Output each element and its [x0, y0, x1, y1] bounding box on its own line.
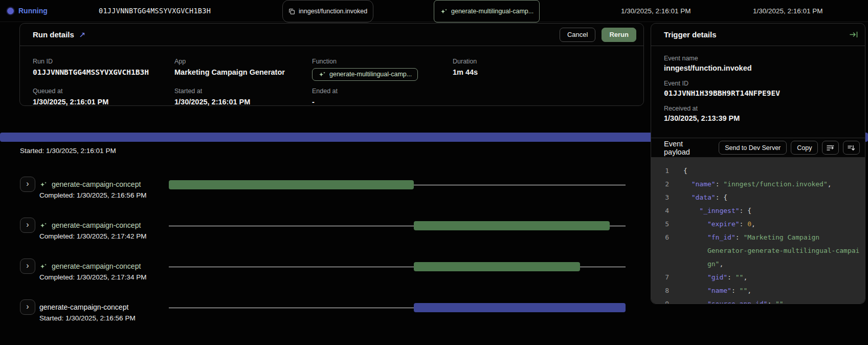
- trigger-details-title: Trigger details: [664, 30, 717, 39]
- code-line-number: 5: [651, 218, 669, 231]
- code-line: Generator-generate-multilingual-campai: [651, 244, 865, 257]
- started-timestamp: 1/30/2025, 2:16:01 PM: [753, 0, 823, 21]
- app-link[interactable]: Marketing Campaign Generator: [174, 68, 285, 76]
- status-label: Running: [18, 7, 48, 15]
- ai-sparkle-icon: [440, 8, 448, 15]
- step-track: [169, 210, 626, 243]
- function-badge[interactable]: generate-multilingual-camp...: [434, 0, 540, 23]
- field-run-id: Run ID 01JJVNNBTGG4MSSYVXGVCH1B3H: [33, 58, 149, 76]
- ai-sparkle-icon: [39, 263, 47, 270]
- code-line: 6 "fn_id": "Marketing Campaign: [651, 231, 865, 244]
- step-expand-button[interactable]: ›: [20, 258, 35, 274]
- run-details-title: Run details: [33, 30, 74, 39]
- copy-icon: [288, 8, 295, 15]
- event-badge[interactable]: inngest/function.invoked: [282, 0, 373, 23]
- collapse-panel-button[interactable]: [850, 31, 858, 38]
- code-line: 3 "data": {: [651, 191, 865, 204]
- event-badge-label: inngest/function.invoked: [299, 8, 367, 15]
- sort-down-icon: [848, 145, 855, 151]
- step-track: [169, 292, 626, 325]
- queued-timestamp: 1/30/2025, 2:16:01 PM: [621, 0, 691, 21]
- code-line: 5 "expire": 0,: [651, 218, 865, 231]
- step-meta: Completed: 1/30/2025, 2:17:42 PM: [39, 232, 146, 240]
- code-line-number: 1: [651, 164, 669, 178]
- function-value-badge[interactable]: generate-multilingual-camp...: [312, 68, 418, 81]
- inngest-run-details-page: Running 01JJVNNBTGG4MSSYVXGVCH1B3H innge…: [0, 0, 868, 345]
- step-meta: Started: 1/30/2025, 2:16:56 PM: [39, 314, 136, 322]
- step-meta: Completed: 1/30/2025, 2:16:56 PM: [39, 191, 146, 199]
- step-name: generate-campaign-concept: [39, 262, 141, 271]
- code-line: 7 "gid": "",: [651, 271, 865, 284]
- step-expand-button[interactable]: ›: [20, 299, 35, 315]
- ai-sparkle-icon: [318, 71, 326, 78]
- field-queued-at: Queued at 1/30/2025, 2:16:01 PM: [33, 88, 108, 106]
- run-details-fields: Run ID 01JJVNNBTGG4MSSYVXGVCH1B3H App Ma…: [20, 46, 643, 105]
- code-line-number: 3: [651, 191, 669, 204]
- expand-payload-button[interactable]: [843, 141, 860, 155]
- copy-payload-button[interactable]: Copy: [791, 141, 818, 155]
- run-id-value: 01JJVNNBTGG4MSSYVXGVCH1B3H: [33, 68, 149, 76]
- field-received-at: Received at 1/30/2025, 2:13:39 PM: [664, 105, 855, 122]
- topbar-run-id: 01JJVNNBTGG4MSSYVXGVCH1B3H: [99, 0, 211, 21]
- send-to-dev-server-button[interactable]: Send to Dev Server: [719, 141, 787, 155]
- cancel-button[interactable]: Cancel: [560, 28, 595, 42]
- field-event-id: Event ID 01JJVNH1H39BBH9RT14NFPE9EV: [664, 80, 855, 97]
- event-payload-header: Event payload Send to Dev Server Copy: [651, 138, 865, 157]
- code-line-number: 8: [651, 284, 669, 297]
- run-row-meta: Started: 1/30/2025, 2:16:01 PM: [20, 147, 116, 155]
- field-app: App Marketing Campaign Generator: [174, 58, 285, 76]
- run-header-bar: Running 01JJVNNBTGG4MSSYVXGVCH1B3H innge…: [0, 0, 868, 22]
- event-payload-title: Event payload: [664, 140, 710, 156]
- step-track: [169, 251, 626, 284]
- code-line: 9 "source_app_id": "": [651, 297, 865, 304]
- code-line: 4 "_inngest": {: [651, 204, 865, 218]
- step-expand-button[interactable]: ›: [20, 218, 35, 233]
- code-line: gn",: [651, 257, 865, 271]
- run-status: Running: [7, 0, 48, 21]
- code-line-number: 7: [651, 271, 669, 284]
- code-line-number: 2: [651, 178, 669, 191]
- rerun-button[interactable]: Rerun: [602, 28, 636, 42]
- ai-sparkle-icon: [39, 222, 47, 229]
- event-payload-code[interactable]: 1{2 "name": "inngest/function.invoked",3…: [651, 157, 865, 304]
- field-duration: Duration 1m 44s: [453, 58, 478, 76]
- wrap-lines-button[interactable]: [822, 141, 839, 155]
- trigger-fields: Event name inngest/function.invoked Even…: [651, 46, 865, 138]
- step-duration-bar[interactable]: [414, 221, 610, 230]
- field-event-name: Event name inngest/function.invoked: [664, 55, 855, 72]
- trigger-details-header: Trigger details: [651, 24, 865, 46]
- wrap-text-icon: [827, 145, 834, 151]
- step-name: generate-campaign-concept: [39, 303, 128, 312]
- step-track: [169, 169, 626, 202]
- event-id-value: 01JJVNH1H39BBH9RT14NFPE9EV: [664, 89, 855, 97]
- external-link-icon[interactable]: ↗: [79, 30, 86, 39]
- step-duration-bar[interactable]: [414, 303, 626, 312]
- code-line: 2 "name": "inngest/function.invoked",: [651, 178, 865, 191]
- duration-value: 1m 44s: [453, 68, 478, 76]
- trigger-details-panel: Trigger details Event name inngest/funct…: [651, 23, 865, 304]
- run-details-card: Run details ↗ Cancel Rerun Run ID 01JJVN…: [19, 23, 644, 106]
- field-started-at: Started at 1/30/2025, 2:16:01 PM: [174, 88, 250, 106]
- function-badge-label: generate-multilingual-camp...: [451, 8, 533, 15]
- step-meta: Completed: 1/30/2025, 2:17:34 PM: [39, 273, 146, 281]
- code-line-number: 6: [651, 231, 669, 244]
- code-line: 8 "name": "",: [651, 284, 865, 297]
- code-line: 1{: [651, 164, 865, 178]
- step-name: generate-campaign-concept: [39, 221, 141, 230]
- code-line-number: [651, 257, 669, 271]
- code-line-number: [651, 244, 669, 257]
- step-duration-bar[interactable]: [169, 180, 414, 189]
- code-line-number: 4: [651, 204, 669, 218]
- field-function: Function generate-multilingual-camp...: [312, 58, 418, 81]
- step-name: generate-campaign-concept: [39, 180, 141, 189]
- code-line-number: 9: [651, 297, 669, 304]
- run-details-header: Run details ↗ Cancel Rerun: [20, 24, 643, 46]
- step-expand-button[interactable]: ›: [20, 177, 35, 192]
- step-duration-bar[interactable]: [414, 262, 580, 271]
- field-ended-at: Ended at -: [312, 88, 338, 106]
- ai-sparkle-icon: [39, 181, 47, 188]
- status-dot-icon: [7, 8, 14, 14]
